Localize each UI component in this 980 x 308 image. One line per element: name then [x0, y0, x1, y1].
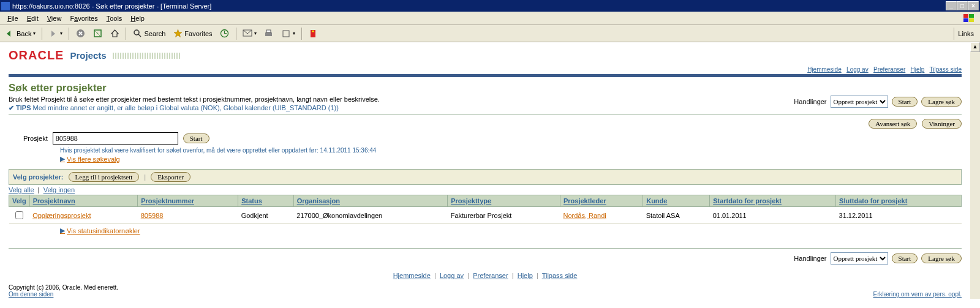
privacy-statement-link[interactable]: Erklæring om vern av pers. oppl.: [873, 291, 962, 298]
link-preferanser[interactable]: Preferanser: [873, 66, 905, 73]
svg-rect-2: [963, 18, 968, 22]
col-prosjektnummer[interactable]: Prosjektnummer: [138, 195, 238, 207]
select-none-link[interactable]: Velg ingen: [43, 186, 75, 193]
project-number-link[interactable]: 805988: [141, 212, 164, 219]
forward-button[interactable]: ▾: [46, 28, 65, 40]
windows-flag-icon: [962, 12, 976, 24]
scrollbar-up-button[interactable]: ▲: [970, 42, 980, 52]
favorites-button[interactable]: Favorites: [170, 28, 214, 40]
add-to-projectset-button[interactable]: Legg til i prosjektsett: [69, 172, 140, 182]
print-button[interactable]: [262, 28, 276, 40]
mail-button[interactable]: ▾: [240, 28, 259, 40]
project-search-input[interactable]: [53, 132, 178, 145]
start-action-button-bottom[interactable]: Start: [892, 254, 918, 263]
home-button[interactable]: [107, 28, 122, 40]
svg-rect-12: [283, 31, 289, 37]
svg-line-7: [138, 34, 141, 37]
advanced-search-button[interactable]: Avansert søk: [869, 119, 917, 129]
svg-rect-1: [969, 14, 974, 18]
menu-favorites[interactable]: Favorites: [66, 13, 101, 23]
views-button[interactable]: Visninger: [922, 119, 962, 129]
save-search-button-bottom[interactable]: Lagre søk: [921, 254, 962, 263]
menu-tools[interactable]: Tools: [103, 13, 126, 23]
tips-label: TIPS: [16, 104, 31, 111]
row-select-checkbox[interactable]: [15, 211, 23, 219]
actions-select-bottom[interactable]: Opprett prosjekt: [831, 252, 888, 265]
history-button[interactable]: [217, 28, 232, 40]
actions-select[interactable]: Opprett prosjekt: [831, 96, 888, 108]
status-indicator-keys-link[interactable]: Vis statusindikatornøkler: [67, 227, 140, 235]
globe-history-icon: [220, 29, 230, 39]
export-button[interactable]: Eksporter: [151, 172, 190, 182]
footer-hjelp[interactable]: Hjelp: [518, 272, 533, 279]
cell-type: Fakturerbar Prosjekt: [448, 207, 560, 224]
col-prosjektleder[interactable]: Prosjektleder: [560, 195, 643, 207]
cell-sluttdato: 31.12.2011: [836, 207, 962, 224]
link-loggav[interactable]: Logg av: [846, 66, 869, 73]
select-projects-label: Velg prosjekter:: [13, 173, 64, 181]
menu-bar: File Edit View Favorites Tools Help: [0, 12, 980, 25]
chevron-down-icon: ▾: [33, 31, 36, 36]
project-leader-link[interactable]: Nordås, Randi: [563, 212, 606, 219]
edit-button[interactable]: ▾: [279, 28, 298, 40]
window-close-button[interactable]: ×: [968, 1, 979, 10]
menu-edit[interactable]: Edit: [23, 13, 42, 23]
start-action-button[interactable]: Start: [892, 97, 918, 107]
col-status[interactable]: Status: [238, 195, 294, 207]
refresh-icon: [92, 29, 102, 39]
window-maximize-button[interactable]: □: [957, 1, 968, 10]
select-projects-panel: Velg prosjekter: Legg til i prosjektsett…: [9, 169, 962, 185]
chevron-down-icon: ▾: [254, 31, 257, 36]
col-prosjektnavn[interactable]: Prosjektnavn: [29, 195, 138, 207]
link-hjelp[interactable]: Hjelp: [911, 66, 925, 73]
links-button[interactable]: Links: [954, 28, 978, 40]
about-page-link[interactable]: Om denne siden: [9, 291, 53, 298]
search-icon: [132, 29, 142, 39]
back-arrow-icon: [5, 29, 15, 39]
menu-view[interactable]: View: [43, 13, 66, 23]
menu-help[interactable]: Help: [127, 13, 148, 23]
tips-text: Med mindre annet er angitt, er alle belø…: [33, 104, 339, 111]
save-search-button[interactable]: Lagre søk: [921, 97, 962, 107]
search-button[interactable]: Search: [130, 28, 168, 40]
page-content: ORACLE Projects Hjemmeside Logg av Prefe…: [0, 42, 970, 299]
star-icon: [173, 29, 183, 39]
footer-hjemmeside[interactable]: Hjemmeside: [393, 272, 431, 279]
actions-label: Handlinger: [794, 98, 826, 105]
cell-startdato: 01.01.2011: [710, 207, 836, 224]
window-minimize-button[interactable]: _: [946, 1, 957, 10]
col-velg[interactable]: Velg: [9, 195, 30, 207]
footer-loggav[interactable]: Logg av: [440, 272, 464, 279]
projects-table: Velg Prosjektnavn Prosjektnummer Status …: [9, 195, 962, 224]
browser-toolbar: Back ▾ ▾ Search Favorites ▾ ▾ Links: [0, 25, 980, 42]
link-tilpass[interactable]: Tilpass side: [930, 66, 962, 73]
col-prosjekttype[interactable]: Prosjekttype: [448, 195, 560, 207]
forward-arrow-icon: [48, 29, 58, 39]
project-name-link[interactable]: Opplæringsprosjekt: [32, 212, 91, 219]
col-sluttdato[interactable]: Sluttdato for prosjekt: [836, 195, 962, 207]
actions-label-bottom: Handlinger: [794, 255, 826, 262]
col-kunde[interactable]: Kunde: [643, 195, 710, 207]
extra-button[interactable]: [306, 28, 320, 40]
cell-org: 217000_Økonomiavdelingen: [293, 207, 447, 224]
search-start-button[interactable]: Start: [183, 133, 209, 143]
window-title: https://oakurs.uio.no:8026 - Søk etter p…: [12, 2, 211, 10]
menu-file[interactable]: File: [4, 13, 22, 23]
col-startdato[interactable]: Startdato for prosjekt: [710, 195, 836, 207]
svg-rect-10: [265, 32, 272, 36]
refresh-button[interactable]: [90, 28, 105, 40]
home-icon: [110, 29, 119, 39]
stop-button[interactable]: [73, 28, 88, 40]
intro-text: Bruk feltet Prosjekt til å søke etter pr…: [9, 96, 794, 103]
footer-preferanser[interactable]: Preferanser: [473, 272, 508, 279]
link-hjemmeside[interactable]: Hjemmeside: [807, 66, 842, 73]
footer-tilpass[interactable]: Tilpass side: [542, 272, 578, 279]
svg-rect-0: [963, 14, 968, 18]
stop-icon: [75, 29, 85, 39]
copyright-text: Copyright (c) 2006, Oracle. Med enerett.: [9, 284, 118, 291]
back-button[interactable]: Back ▾: [2, 28, 38, 40]
more-search-options-link[interactable]: Vis flere søkevalg: [67, 156, 120, 163]
col-organisasjon[interactable]: Organisasjon: [293, 195, 447, 207]
select-all-link[interactable]: Velg alle: [9, 186, 34, 193]
search-label: Prosjekt: [23, 135, 48, 142]
